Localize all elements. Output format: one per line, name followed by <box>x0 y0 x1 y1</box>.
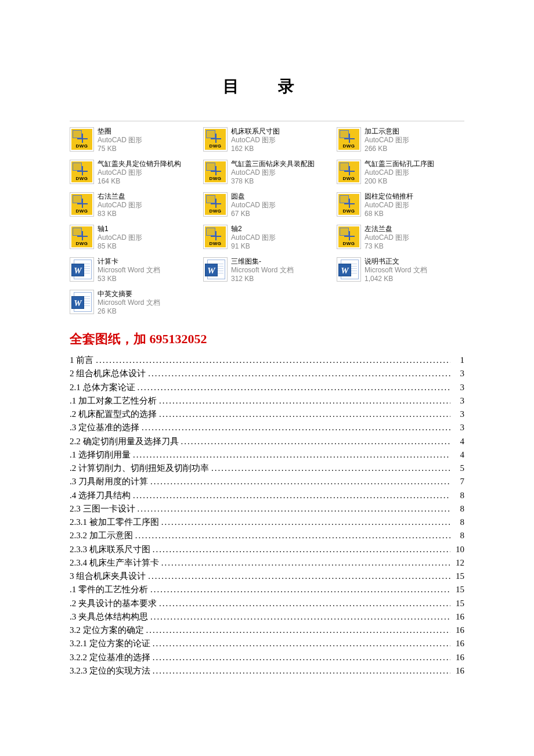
file-type: AutoCAD 图形 <box>231 201 276 210</box>
toc-leader-dots <box>135 529 450 542</box>
toc-page-number: 16 <box>453 664 464 678</box>
file-item[interactable]: DWG气缸盖三面钻床夹具装配图AutoCAD 图形378 KB <box>203 160 331 189</box>
file-item[interactable]: W计算卡Microsoft Word 文档53 KB <box>70 257 197 286</box>
toc-page-number: 8 <box>453 502 464 516</box>
file-name: 垫圈 <box>98 127 142 136</box>
dwg-file-icon: DWG <box>203 192 228 217</box>
toc-label: .3 刀具耐用度的计算 <box>70 475 148 488</box>
file-item[interactable]: DWG气缸盖夹具定位销升降机构AutoCAD 图形164 KB <box>70 160 197 189</box>
toc-page-number: 3 <box>453 408 464 421</box>
file-meta: 气缸盖三面钻孔工序图AutoCAD 图形200 KB <box>365 160 434 186</box>
file-item[interactable]: DWG轴2AutoCAD 图形91 KB <box>203 225 331 254</box>
file-size: 75 KB <box>98 145 142 153</box>
dwg-file-icon: DWG <box>203 160 228 184</box>
toc-leader-dots <box>150 583 450 596</box>
file-item[interactable]: DWG垫圈AutoCAD 图形75 KB <box>70 127 197 156</box>
toc-page-number: 8 <box>453 489 464 502</box>
toc-row: .1 选择切削用量4 <box>70 448 464 462</box>
file-name: 圆盘 <box>231 192 276 201</box>
toc-label: 2.3.1 被加工零件工序图 <box>70 516 159 529</box>
toc-label: 2 组合机床总体设计 <box>70 367 146 380</box>
word-file-icon: W <box>70 290 94 314</box>
file-name: 轴1 <box>98 225 142 233</box>
file-type: AutoCAD 图形 <box>98 201 142 210</box>
dwg-file-icon: DWG <box>70 127 94 152</box>
file-item[interactable]: W三维图集-Microsoft Word 文档312 KB <box>203 257 331 286</box>
file-type: AutoCAD 图形 <box>231 136 280 145</box>
file-name: 说明书正文 <box>365 257 427 266</box>
word-file-icon: W <box>203 257 228 282</box>
file-size: 266 KB <box>365 145 409 153</box>
toc-leader-dots <box>153 543 450 556</box>
toc-leader-dots <box>150 610 450 624</box>
toc-leader-dots <box>146 624 451 637</box>
file-size: 164 KB <box>98 177 181 186</box>
toc-leader-dots <box>148 570 450 583</box>
file-name: 气缸盖三面钻孔工序图 <box>365 160 434 168</box>
page-title: 目 录 <box>70 75 464 98</box>
file-item[interactable]: DWG机床联系尺寸图AutoCAD 图形162 KB <box>203 127 331 156</box>
word-file-icon: W <box>337 257 361 282</box>
toc-row: 2.3.2 加工示意图8 <box>70 529 464 542</box>
file-item[interactable]: DWG左法兰盘AutoCAD 图形73 KB <box>337 225 464 254</box>
file-meta: 垫圈AutoCAD 图形75 KB <box>98 127 142 153</box>
toc-label: .1 零件的工艺性分析 <box>70 583 148 596</box>
toc-row: 2 组合机床总体设计3 <box>70 367 464 380</box>
file-item[interactable]: DWG右法兰盘AutoCAD 图形83 KB <box>70 192 197 221</box>
toc-leader-dots <box>153 664 450 678</box>
contact-heading: 全套图纸，加 695132052 <box>70 330 464 348</box>
file-item[interactable]: W说明书正文Microsoft Word 文档1,042 KB <box>337 257 464 286</box>
file-name: 中英文摘要 <box>98 290 160 298</box>
file-meta: 气缸盖三面钻床夹具装配图AutoCAD 图形378 KB <box>231 160 315 186</box>
file-size: 68 KB <box>365 210 413 218</box>
file-meta: 说明书正文Microsoft Word 文档1,042 KB <box>365 257 427 283</box>
toc-label: 2.3.3 机床联系尺寸图 <box>70 543 150 556</box>
toc-leader-dots <box>148 367 450 380</box>
file-item[interactable]: W中英文摘要Microsoft Word 文档26 KB <box>70 290 197 319</box>
file-meta: 轴1AutoCAD 图形85 KB <box>98 225 142 251</box>
toc-row: 3.2.3 定位的实现方法16 <box>70 664 464 678</box>
toc-row: .2 机床配置型式的选择3 <box>70 408 464 421</box>
file-type: Microsoft Word 文档 <box>98 266 160 275</box>
file-item[interactable]: DWG加工示意图AutoCAD 图形266 KB <box>337 127 464 156</box>
file-meta: 圆盘AutoCAD 图形67 KB <box>231 192 276 218</box>
toc-label: 3.2.2 定位基准的选择 <box>70 651 150 664</box>
file-size: 1,042 KB <box>365 275 427 283</box>
toc-leader-dots <box>211 462 450 475</box>
file-size: 200 KB <box>365 177 434 186</box>
toc-row: .2 夹具设计的基本要求15 <box>70 597 464 610</box>
toc-label: .2 机床配置型式的选择 <box>70 408 157 421</box>
file-item[interactable]: DWG气缸盖三面钻孔工序图AutoCAD 图形200 KB <box>337 160 464 189</box>
toc-label: .2 计算切削力、切削扭矩及切削功率 <box>70 462 209 475</box>
file-type: AutoCAD 图形 <box>365 201 413 210</box>
toc-row: .3 夹具总体结构构思16 <box>70 610 464 624</box>
toc-label: .3 定位基准的选择 <box>70 421 139 434</box>
file-item[interactable]: DWG圆盘AutoCAD 图形67 KB <box>203 192 331 221</box>
file-type: AutoCAD 图形 <box>231 168 315 177</box>
file-item[interactable]: DWG圆柱定位销推杆AutoCAD 图形68 KB <box>337 192 464 221</box>
file-name: 加工示意图 <box>365 127 409 136</box>
file-size: 312 KB <box>231 275 294 283</box>
toc-leader-dots <box>150 475 450 488</box>
file-size: 378 KB <box>231 177 315 186</box>
toc-page-number: 7 <box>453 475 464 488</box>
toc-label: 3.2.3 定位的实现方法 <box>70 664 150 678</box>
table-of-contents: 1 前言12 组合机床总体设计32.1 总体方案论证3.1 加工对象工艺性分析3… <box>70 354 464 678</box>
toc-page-number: 15 <box>453 570 464 583</box>
toc-leader-dots <box>159 408 450 421</box>
toc-row: 3.2.2 定位基准的选择16 <box>70 651 464 664</box>
file-name: 气缸盖三面钻床夹具装配图 <box>231 160 315 168</box>
toc-row: .3 定位基准的选择3 <box>70 421 464 434</box>
file-type: AutoCAD 图形 <box>365 168 434 177</box>
toc-leader-dots <box>133 448 450 462</box>
file-name: 左法兰盘 <box>365 225 409 233</box>
toc-page-number: 15 <box>453 597 464 610</box>
toc-row: 2.1 总体方案论证3 <box>70 381 464 394</box>
toc-page-number: 16 <box>453 637 464 650</box>
toc-row: 2.2 确定切削用量及选择刀具4 <box>70 435 464 448</box>
file-size: 53 KB <box>98 275 160 283</box>
file-item[interactable]: DWG轴1AutoCAD 图形85 KB <box>70 225 197 254</box>
toc-row: .2 计算切削力、切削扭矩及切削功率5 <box>70 462 464 475</box>
file-type: AutoCAD 图形 <box>365 136 409 145</box>
toc-leader-dots <box>161 516 450 529</box>
